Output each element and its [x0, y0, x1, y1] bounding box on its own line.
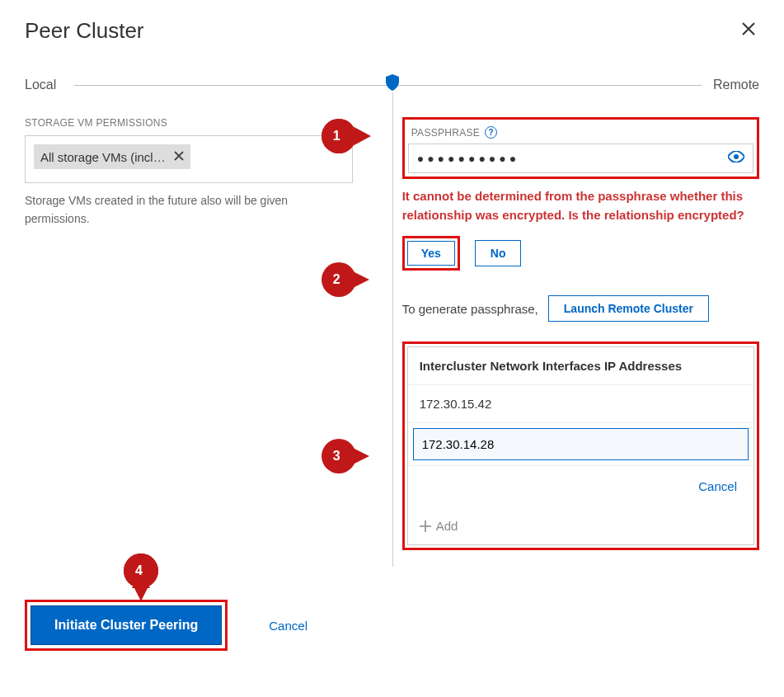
- dialog-title: Peer Cluster: [25, 18, 144, 44]
- ip-section-title: Intercluster Network Interfaces IP Addre…: [408, 347, 753, 385]
- show-password-button[interactable]: [728, 151, 744, 166]
- storage-vm-helper-text: Storage VMs created in the future also w…: [25, 191, 353, 228]
- storage-vm-tag-remove[interactable]: [174, 149, 184, 164]
- storage-vm-permissions-input[interactable]: All storage VMs (incl…: [25, 135, 353, 183]
- ip-input[interactable]: [413, 428, 749, 460]
- launch-remote-cluster-button[interactable]: Launch Remote Cluster: [548, 295, 709, 322]
- callout-4: 4: [124, 553, 173, 588]
- close-icon: [174, 151, 184, 161]
- initiate-cluster-peering-button[interactable]: Initiate Cluster Peering: [31, 605, 222, 645]
- primary-button-highlight: Initiate Cluster Peering: [25, 600, 228, 651]
- ip-panel-highlight: Intercluster Network Interfaces IP Addre…: [402, 341, 759, 550]
- timeline-remote-label: Remote: [705, 78, 759, 92]
- no-button[interactable]: No: [475, 240, 522, 266]
- ip-cancel-link[interactable]: Cancel: [698, 479, 737, 493]
- timeline: Local Remote: [25, 78, 759, 92]
- storage-vm-tag-text: All storage VMs (incl…: [40, 150, 166, 164]
- timeline-local-label: Local: [25, 78, 64, 92]
- close-icon: [741, 21, 756, 36]
- svg-point-1: [734, 154, 739, 159]
- eye-icon: [728, 151, 744, 162]
- close-button[interactable]: [738, 16, 759, 45]
- generate-passphrase-text: To generate passphrase,: [402, 302, 538, 316]
- ip-row-1[interactable]: 172.30.15.42: [408, 385, 753, 423]
- callout-3: 3: [322, 439, 371, 473]
- callout-2: 2: [322, 262, 371, 297]
- shield-icon: [385, 74, 400, 94]
- passphrase-highlight: PASSPHRASE ? ●●●●●●●●●●: [402, 117, 759, 179]
- storage-vm-tag: All storage VMs (incl…: [34, 144, 190, 169]
- callout-1: 1: [322, 119, 371, 153]
- passphrase-input[interactable]: ●●●●●●●●●●: [408, 144, 753, 173]
- help-icon[interactable]: ?: [485, 126, 497, 139]
- storage-vm-permissions-label: STORAGE VM PERMISSIONS: [25, 117, 353, 129]
- yes-button[interactable]: Yes: [407, 241, 455, 266]
- plus-icon: [420, 520, 431, 532]
- footer-cancel-link[interactable]: Cancel: [269, 619, 307, 633]
- passphrase-label: PASSPHRASE: [411, 127, 480, 139]
- yes-button-highlight: Yes: [402, 236, 460, 271]
- add-ip-button[interactable]: Add: [408, 507, 753, 544]
- passphrase-mask: ●●●●●●●●●●: [417, 152, 728, 165]
- encryption-question: It cannot be determined from the passphr…: [402, 187, 759, 224]
